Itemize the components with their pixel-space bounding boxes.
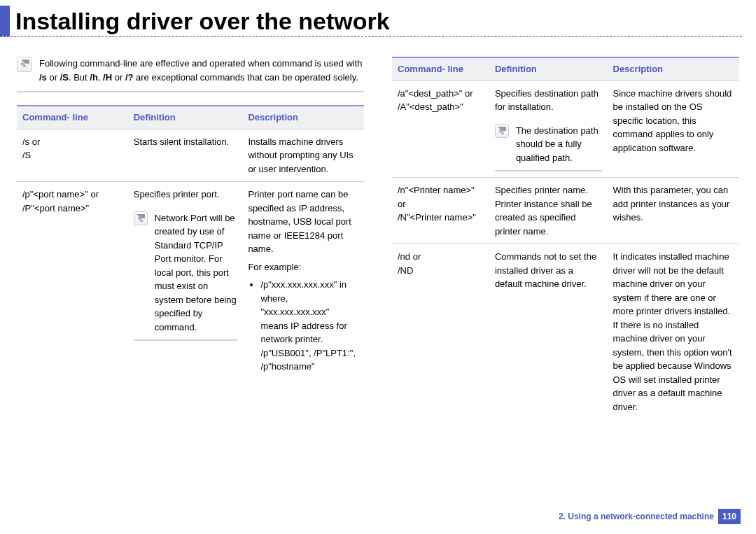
note-bold: /h (90, 72, 98, 83)
cmd-text: /nd or (398, 250, 484, 264)
table-row: /p"<port name>" or /P"<port name>" Speci… (17, 182, 364, 381)
table-row: /a"<dest_path>" or /A"<dest_path>" Speci… (392, 80, 739, 178)
th-command: Command- line (392, 57, 489, 80)
cmd-text: /p"<port name>" or (22, 188, 122, 202)
table-header-row: Command- line Definition Description (17, 106, 364, 129)
table-row: /n"<Printer name>" or /N"<Printer name>"… (392, 178, 739, 244)
note-bold: /H (103, 72, 112, 83)
note-icon (134, 211, 148, 225)
desc-text: Printer port name can be specified as IP… (248, 188, 358, 256)
cell-definition: Specifies printer name. Printer instance… (489, 178, 608, 244)
cmd-text: /P"<port name>" (22, 202, 122, 216)
cell-description: Since machine drivers should be installe… (608, 80, 740, 178)
content-area: Following command-line are effective and… (0, 43, 756, 419)
header-accent-bar (0, 6, 10, 36)
list-item: /p"xxx.xxx.xxx.xxx" in where, "xxx.xxx.x… (260, 278, 358, 374)
th-description: Description (608, 57, 740, 80)
cell-definition: Specifies printer port. Network Port wil… (128, 182, 243, 381)
right-column: Command- line Definition Description /a"… (392, 57, 739, 419)
inner-note: Network Port will be created by use of S… (134, 207, 237, 342)
cell-description: Installs machine drivers without prompti… (242, 129, 364, 182)
note-text-part: . But (69, 72, 90, 83)
note-bold: /S (60, 72, 69, 83)
page-header: Installing driver over the network (0, 0, 742, 37)
inner-note-text: Network Port will be created by use of S… (155, 211, 237, 335)
note-text-part: or (47, 72, 60, 83)
left-column: Following command-line are effective and… (17, 57, 364, 419)
intro-note: Following command-line are effective and… (17, 57, 364, 92)
cell-definition: Starts silent installation. (128, 129, 243, 182)
cmd-text: /S (22, 148, 122, 162)
page-title: Installing driver over the network (15, 9, 390, 33)
th-command: Command- line (17, 106, 128, 129)
note-text-part: , (98, 72, 103, 83)
page-number: 110 (718, 509, 741, 524)
cell-description: Printer port name can be specified as IP… (242, 182, 364, 381)
note-text-part: or (112, 72, 125, 83)
note-bold: /s (39, 72, 47, 83)
note-icon (495, 124, 509, 138)
cmd-text: /n"<Printer name>" or (398, 183, 484, 211)
cmd-text: /ND (398, 264, 484, 278)
cell-command: /p"<port name>" or /P"<port name>" (17, 182, 128, 381)
note-text-part: are exceptional commands that can be ope… (133, 72, 358, 83)
cell-command: /nd or /ND (392, 244, 489, 420)
cell-definition: Commands not to set the installed driver… (489, 244, 608, 420)
table-row: /s or /S Starts silent installation. Ins… (17, 129, 364, 182)
note-icon (17, 57, 32, 72)
desc-list: /p"xxx.xxx.xxx.xxx" in where, "xxx.xxx.x… (248, 278, 358, 374)
footer-section: 2. Using a network-connected machine (559, 512, 714, 521)
cmd-text: /s or (22, 135, 122, 149)
cmd-text: /A"<dest_path>" (398, 100, 484, 114)
cmd-text: /a"<dest_path>" or (398, 87, 484, 101)
table-header-row: Command- line Definition Description (392, 57, 739, 80)
left-table: Command- line Definition Description /s … (17, 105, 364, 381)
cmd-text: /N"<Printer name>" (398, 211, 484, 225)
cell-description: It indicates installed machine driver wi… (608, 244, 740, 420)
cell-definition: Specifies destination path for installat… (489, 80, 608, 178)
right-table: Command- line Definition Description /a"… (392, 57, 739, 419)
note-text-part: Following command-line are effective and… (39, 58, 363, 69)
th-definition: Definition (128, 106, 243, 129)
def-text: Specifies destination path for installat… (495, 87, 602, 114)
th-definition: Definition (489, 57, 608, 80)
note-bold: /? (125, 72, 134, 83)
table-row: /nd or /ND Commands not to set the insta… (392, 244, 739, 420)
th-description: Description (242, 106, 364, 129)
cell-description: With this parameter, you can add printer… (608, 178, 740, 244)
cell-command: /s or /S (17, 129, 128, 182)
desc-text: For example: (248, 260, 358, 274)
page-footer: 2. Using a network-connected machine 110 (559, 509, 741, 524)
cell-command: /n"<Printer name>" or /N"<Printer name>" (392, 178, 489, 244)
inner-note: The destination path should be a fully q… (495, 120, 602, 172)
intro-note-text: Following command-line are effective and… (39, 57, 364, 84)
def-text: Specifies printer port. (134, 188, 237, 202)
inner-note-text: The destination path should be a fully q… (516, 124, 602, 165)
cell-command: /a"<dest_path>" or /A"<dest_path>" (392, 80, 489, 178)
